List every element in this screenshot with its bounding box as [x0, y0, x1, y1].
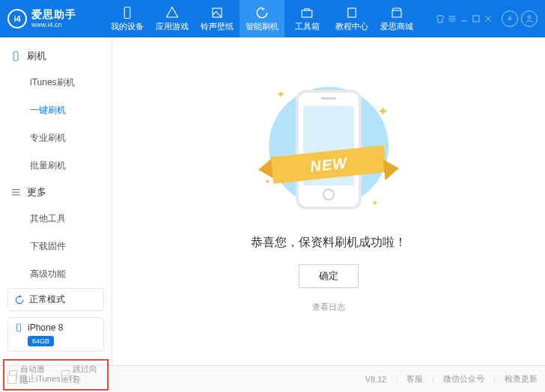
close-icon[interactable]	[484, 14, 493, 23]
ribbon-text: NEW	[271, 145, 387, 184]
sidebar-item-batch[interactable]: 批量刷机	[0, 152, 112, 180]
nav-ringtone[interactable]: 铃声壁纸	[195, 0, 240, 37]
nav-flash[interactable]: 智能刷机	[240, 0, 284, 37]
svg-rect-6	[13, 52, 18, 61]
nav-store[interactable]: 爱思商城	[374, 0, 419, 37]
sidebar-item-download[interactable]: 下载固件	[0, 233, 112, 260]
wechat-link[interactable]: 微信公众号	[443, 373, 484, 385]
nav-tutorial[interactable]: 教程中心	[329, 0, 374, 37]
nav-label: 我的设备	[111, 21, 144, 32]
mode-label: 正常模式	[29, 293, 65, 306]
sidebar-item-itunes[interactable]: iTunes刷机	[0, 69, 112, 97]
nav-toolbox[interactable]: 工具箱	[284, 0, 329, 37]
nav-label: 智能刷机	[246, 21, 278, 32]
app-url: www.i4.cn	[31, 21, 76, 29]
sidebar-item-other[interactable]: 其他工具	[0, 205, 112, 233]
success-message: 恭喜您，保资料刷机成功啦！	[251, 235, 407, 251]
svg-rect-4	[473, 16, 479, 22]
ok-button[interactable]: 确定	[299, 264, 359, 288]
flash-icon	[255, 6, 269, 19]
nav-my-device[interactable]: 我的设备	[105, 0, 150, 37]
svg-point-5	[528, 16, 531, 19]
version-text: V8.12	[365, 375, 387, 384]
svg-rect-0	[124, 7, 130, 18]
refresh-icon	[14, 295, 25, 305]
device-card[interactable]: iPhone 8 64GB	[7, 317, 104, 352]
customer-service-link[interactable]: 客服	[407, 373, 423, 385]
store-icon	[390, 6, 404, 19]
view-log-link[interactable]: 查看日志	[312, 301, 345, 313]
nav-app-games[interactable]: 应用游戏	[150, 0, 195, 37]
group-title: 刷机	[27, 49, 46, 63]
nav-label: 铃声壁纸	[201, 21, 234, 32]
svg-rect-3	[348, 8, 356, 17]
minimize-icon[interactable]	[460, 14, 469, 23]
account-button[interactable]	[521, 10, 538, 27]
main-content: ✦ ✦ ✦ ✦ NEW 恭喜您，保资料刷机成功啦！ 确定 查看日志	[112, 37, 545, 365]
svg-rect-7	[17, 324, 21, 331]
download-button[interactable]	[502, 10, 518, 27]
success-illustration: ✦ ✦ ✦ ✦ NEW	[246, 82, 411, 217]
device-mode[interactable]: 正常模式	[7, 288, 104, 311]
app-header: i4 爱思助手 www.i4.cn 我的设备 应用游戏 铃声壁纸 智能刷机 工具…	[0, 0, 545, 37]
nav-label: 爱思商城	[380, 21, 413, 32]
device-icon	[121, 6, 134, 19]
group-flash: 刷机	[0, 43, 112, 69]
storage-badge: 64GB	[28, 336, 54, 346]
svg-rect-2	[302, 10, 312, 17]
app-logo: i4 爱思助手 www.i4.cn	[7, 8, 105, 29]
nav-label: 教程中心	[335, 21, 368, 32]
sidebar-item-oneclick[interactable]: 一键刷机	[0, 97, 112, 124]
checkbox-label: 跳过向导	[73, 364, 103, 386]
app-title: 爱思助手	[31, 8, 76, 21]
check-update-link[interactable]: 检查更新	[505, 373, 538, 385]
nav-label: 应用游戏	[156, 21, 189, 32]
nav-label: 工具箱	[295, 21, 320, 32]
checkbox-label: 阻止iTunes运行	[19, 373, 77, 385]
phone-icon	[14, 322, 23, 333]
group-title: 更多	[27, 186, 46, 199]
logo-icon: i4	[7, 9, 27, 28]
device-name: iPhone 8	[28, 322, 63, 333]
skin-icon[interactable]	[436, 14, 445, 23]
new-ribbon: NEW	[254, 148, 404, 183]
block-itunes-checkbox[interactable]: 阻止iTunes运行	[7, 373, 77, 385]
wallpaper-icon	[210, 6, 224, 19]
group-more: 更多	[0, 180, 112, 205]
app-icon	[165, 6, 179, 19]
sidebar: 刷机 iTunes刷机 一键刷机 专业刷机 批量刷机 更多 其他工具 下载固件 …	[0, 37, 112, 365]
sidebar-item-advanced[interactable]: 高级功能	[0, 260, 112, 288]
menu-icon[interactable]	[448, 14, 457, 23]
menu-icon	[10, 187, 21, 197]
device-icon	[10, 51, 21, 61]
maximize-icon[interactable]	[472, 14, 481, 23]
book-icon	[345, 6, 359, 19]
top-nav: 我的设备 应用游戏 铃声壁纸 智能刷机 工具箱 教程中心 爱思商城	[105, 0, 436, 37]
sidebar-item-pro[interactable]: 专业刷机	[0, 124, 112, 152]
toolbox-icon	[300, 6, 314, 19]
